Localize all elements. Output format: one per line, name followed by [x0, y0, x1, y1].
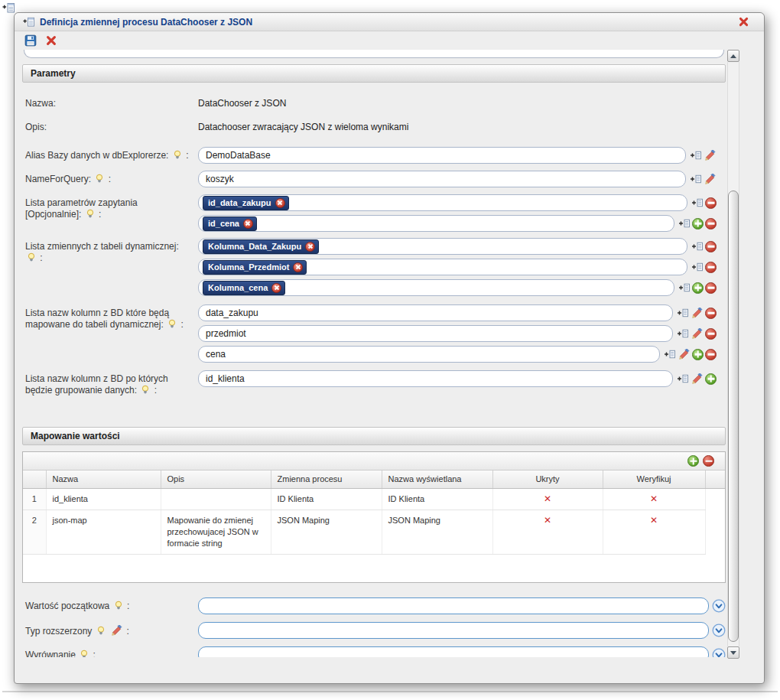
dyn-var-input[interactable]: Kolumna_cena: [198, 279, 674, 296]
remove-row-button[interactable]: [705, 282, 717, 294]
db-col-input[interactable]: [198, 346, 660, 363]
row-number-cell[interactable]: 2: [23, 510, 46, 554]
unchecked-icon[interactable]: ✕: [544, 515, 551, 526]
column-header-nazwa[interactable]: Nazwa: [46, 470, 161, 488]
remove-tag-button[interactable]: [243, 219, 253, 229]
remove-tag-button[interactable]: [293, 262, 303, 272]
insert-tag-button[interactable]: [691, 261, 704, 273]
edit-button[interactable]: [704, 173, 717, 185]
dropdown-button[interactable]: [712, 599, 726, 613]
opis-value: Datachooser zwracający JSON z wieloma wy…: [198, 119, 726, 132]
group-col-input[interactable]: [198, 370, 673, 387]
edit-button[interactable]: [691, 373, 704, 385]
db-col-input[interactable]: [198, 325, 673, 342]
extended-type-input[interactable]: [198, 622, 709, 639]
table-row[interactable]: 1 id_klienta ID Klienta ID Klienta ✕ ✕: [23, 488, 725, 510]
insert-tag-button[interactable]: [678, 282, 691, 294]
cell-opis[interactable]: [161, 488, 271, 510]
scroll-down-button[interactable]: [727, 646, 739, 659]
hint-icon: [95, 174, 104, 184]
insert-tag-button[interactable]: [676, 307, 689, 319]
column-header-weryfikuj[interactable]: Weryfikuj: [603, 470, 705, 488]
remove-row-button[interactable]: [705, 328, 717, 340]
row-number-cell[interactable]: 1: [23, 488, 46, 510]
field-db-cols: Lista nazw kolumn z BD które będą mapowa…: [22, 304, 726, 363]
field-query-params: Lista parametrów zapytania [Opcjonalnie]…: [22, 194, 726, 232]
remove-tag-button[interactable]: [271, 283, 281, 293]
remove-row-button[interactable]: [705, 218, 717, 230]
db-col-input[interactable]: [198, 304, 673, 321]
cell-wyswietlana[interactable]: JSON Maping: [382, 510, 492, 554]
namequery-input[interactable]: [198, 171, 686, 187]
dyn-var-input[interactable]: Kolumna_Data_Zakupu: [198, 238, 687, 255]
cell-ukryty[interactable]: ✕: [492, 488, 603, 510]
add-row-button[interactable]: [692, 282, 704, 294]
page-insert-tag-icon: [2, 2, 15, 14]
cell-weryfikuj[interactable]: ✕: [603, 510, 705, 554]
add-row-button[interactable]: [705, 373, 717, 385]
query-param-input[interactable]: id_data_zakupu: [198, 194, 687, 211]
cell-weryfikuj[interactable]: ✕: [603, 488, 705, 510]
remove-row-button[interactable]: [705, 349, 717, 360]
remove-tag-button[interactable]: [305, 242, 315, 252]
dyn-var-input[interactable]: Kolumna_Przedmiot: [198, 259, 687, 275]
scrollbar-thumb[interactable]: [728, 190, 739, 642]
unchecked-icon[interactable]: ✕: [650, 493, 658, 504]
group-cols-label: Lista nazw kolumn z BD po których będzie…: [22, 370, 198, 396]
scroll-up-button[interactable]: [727, 50, 739, 62]
cell-zmienna[interactable]: ID Klienta: [271, 488, 382, 510]
insert-tag-button[interactable]: [676, 373, 689, 385]
cell-opis[interactable]: Mapowanie do zmienej przechowujacej JSON…: [161, 510, 271, 554]
insert-tag-button[interactable]: [691, 197, 704, 209]
dropdown-button[interactable]: [712, 623, 726, 637]
insert-tag-button[interactable]: [663, 348, 676, 360]
vertical-scrollbar[interactable]: [727, 50, 739, 659]
edit-button[interactable]: [691, 307, 704, 319]
db-cols-label: Lista nazw kolumn z BD które będą mapowa…: [22, 304, 198, 363]
column-header-opis[interactable]: Opis: [161, 470, 271, 488]
alias-input[interactable]: [198, 147, 686, 164]
edit-extended-type-button[interactable]: [111, 625, 122, 637]
insert-tag-button[interactable]: [691, 240, 704, 252]
insert-tag-button[interactable]: [689, 149, 702, 161]
table-row[interactable]: 2 json-map Mapowanie do zmienej przechow…: [23, 510, 725, 554]
dropdown-button[interactable]: [712, 648, 726, 657]
grid-remove-row-button[interactable]: [703, 455, 714, 467]
alignment-input[interactable]: [198, 646, 709, 657]
unchecked-icon[interactable]: ✕: [544, 493, 551, 504]
column-header-wyswietlana[interactable]: Nazwa wyświetlana: [382, 470, 492, 488]
edit-button[interactable]: [691, 327, 704, 340]
hint-icon: [114, 601, 123, 610]
dialog-titlebar[interactable]: Definicja zmiennej procesu DataChooser z…: [15, 13, 764, 31]
insert-tag-button[interactable]: [689, 173, 702, 185]
column-header-zmienna[interactable]: Zmienna procesu: [271, 470, 382, 488]
close-button[interactable]: [736, 15, 750, 29]
grid-add-row-button[interactable]: [687, 455, 699, 467]
add-row-button[interactable]: [692, 349, 704, 360]
query-param-input[interactable]: id_cena: [198, 215, 674, 232]
insert-tag-button[interactable]: [678, 217, 691, 230]
cell-ukryty[interactable]: ✕: [492, 510, 603, 554]
remove-row-button[interactable]: [705, 308, 717, 319]
column-header-ukryty[interactable]: Ukryty: [492, 470, 603, 488]
cell-wyswietlana[interactable]: ID Klienta: [382, 488, 492, 510]
edit-button[interactable]: [678, 348, 691, 360]
dyn-vars-label: Lista zmiennych z tabeli dynamicznej: :: [22, 238, 198, 296]
hint-icon: [96, 626, 106, 636]
scrollbar-track[interactable]: [727, 62, 739, 646]
remove-row-button[interactable]: [705, 262, 717, 273]
insert-tag-button[interactable]: [676, 327, 689, 340]
add-row-button[interactable]: [692, 218, 704, 230]
remove-row-button[interactable]: [705, 241, 717, 252]
cancel-button[interactable]: [44, 34, 57, 47]
edit-button[interactable]: [704, 149, 717, 161]
remove-row-button[interactable]: [705, 197, 717, 209]
remove-tag-button[interactable]: [275, 198, 285, 208]
cell-zmienna[interactable]: JSON Maping: [271, 510, 382, 554]
save-button[interactable]: [24, 34, 37, 47]
cell-nazwa[interactable]: json-map: [46, 510, 161, 554]
cell-nazwa[interactable]: id_klienta: [46, 488, 161, 510]
initial-value-input[interactable]: [198, 597, 709, 614]
clipped-top-input[interactable]: [24, 50, 724, 58]
unchecked-icon[interactable]: ✕: [650, 515, 658, 526]
